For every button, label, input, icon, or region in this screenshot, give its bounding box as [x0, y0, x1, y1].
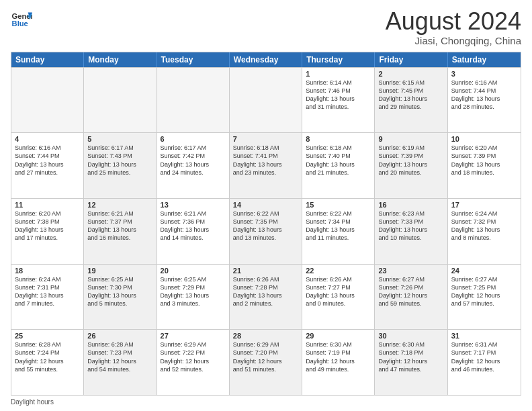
day-number: 26 — [87, 332, 152, 340]
day-number: 8 — [306, 135, 371, 143]
calendar-week-2: 4Sunrise: 6:16 AM Sunset: 7:44 PM Daylig… — [11, 132, 521, 198]
day-number: 31 — [451, 332, 517, 340]
calendar-day-14: 14Sunrise: 6:22 AM Sunset: 7:35 PM Dayli… — [230, 199, 302, 264]
calendar-day-4: 4Sunrise: 6:16 AM Sunset: 7:44 PM Daylig… — [11, 133, 84, 198]
day-info: Sunrise: 6:21 AM Sunset: 7:37 PM Dayligh… — [87, 210, 152, 242]
day-info: Sunrise: 6:19 AM Sunset: 7:39 PM Dayligh… — [378, 144, 443, 177]
calendar-day-28: 28Sunrise: 6:29 AM Sunset: 7:20 PM Dayli… — [230, 330, 302, 395]
header-day-wednesday: Wednesday — [230, 52, 302, 67]
day-info: Sunrise: 6:22 AM Sunset: 7:35 PM Dayligh… — [233, 210, 298, 242]
day-number: 28 — [233, 332, 298, 340]
title-block: August 2024 Jiasi, Chongqing, China — [386, 8, 521, 46]
day-number: 4 — [15, 135, 80, 143]
calendar-day-20: 20Sunrise: 6:25 AM Sunset: 7:29 PM Dayli… — [157, 265, 230, 330]
calendar-week-5: 25Sunrise: 6:28 AM Sunset: 7:24 PM Dayli… — [11, 329, 521, 395]
calendar-day-17: 17Sunrise: 6:24 AM Sunset: 7:32 PM Dayli… — [448, 199, 521, 264]
header-day-monday: Monday — [84, 52, 157, 67]
calendar-empty-cell — [11, 68, 84, 133]
day-info: Sunrise: 6:28 AM Sunset: 7:23 PM Dayligh… — [87, 340, 152, 373]
day-info: Sunrise: 6:30 AM Sunset: 7:18 PM Dayligh… — [378, 340, 443, 373]
logo: General Blue — [11, 8, 32, 30]
day-info: Sunrise: 6:20 AM Sunset: 7:38 PM Dayligh… — [15, 210, 80, 242]
calendar-day-26: 26Sunrise: 6:28 AM Sunset: 7:23 PM Dayli… — [84, 330, 157, 395]
day-number: 7 — [233, 135, 298, 143]
day-info: Sunrise: 6:18 AM Sunset: 7:40 PM Dayligh… — [306, 144, 371, 177]
day-number: 10 — [451, 135, 517, 143]
day-info: Sunrise: 6:16 AM Sunset: 7:44 PM Dayligh… — [451, 79, 517, 111]
day-info: Sunrise: 6:27 AM Sunset: 7:26 PM Dayligh… — [378, 275, 443, 308]
day-info: Sunrise: 6:22 AM Sunset: 7:34 PM Dayligh… — [306, 210, 371, 242]
day-number: 13 — [161, 201, 226, 209]
day-info: Sunrise: 6:30 AM Sunset: 7:19 PM Dayligh… — [306, 340, 371, 373]
calendar-week-3: 11Sunrise: 6:20 AM Sunset: 7:38 PM Dayli… — [11, 198, 521, 264]
day-info: Sunrise: 6:26 AM Sunset: 7:28 PM Dayligh… — [233, 275, 298, 308]
day-number: 17 — [451, 201, 517, 209]
day-info: Sunrise: 6:27 AM Sunset: 7:25 PM Dayligh… — [451, 275, 517, 308]
calendar-day-29: 29Sunrise: 6:30 AM Sunset: 7:19 PM Dayli… — [302, 330, 375, 395]
calendar-body: 1Sunrise: 6:14 AM Sunset: 7:46 PM Daylig… — [11, 67, 521, 395]
calendar-day-7: 7Sunrise: 6:18 AM Sunset: 7:41 PM Daylig… — [230, 133, 302, 198]
day-info: Sunrise: 6:23 AM Sunset: 7:33 PM Dayligh… — [378, 210, 443, 242]
day-number: 21 — [233, 267, 298, 275]
calendar-day-6: 6Sunrise: 6:17 AM Sunset: 7:42 PM Daylig… — [157, 133, 230, 198]
day-info: Sunrise: 6:17 AM Sunset: 7:42 PM Dayligh… — [161, 144, 226, 177]
header-day-saturday: Saturday — [448, 52, 521, 67]
calendar-day-1: 1Sunrise: 6:14 AM Sunset: 7:46 PM Daylig… — [302, 68, 375, 133]
svg-text:Blue: Blue — [12, 19, 28, 28]
page: General Blue August 2024 Jiasi, Chongqin… — [0, 0, 532, 411]
day-number: 18 — [15, 267, 80, 275]
main-title: August 2024 — [386, 8, 521, 35]
day-info: Sunrise: 6:15 AM Sunset: 7:45 PM Dayligh… — [378, 79, 443, 111]
day-number: 15 — [306, 201, 371, 209]
calendar-day-31: 31Sunrise: 6:31 AM Sunset: 7:17 PM Dayli… — [448, 330, 521, 395]
day-number: 5 — [87, 135, 152, 143]
day-number: 30 — [378, 332, 443, 340]
calendar-day-24: 24Sunrise: 6:27 AM Sunset: 7:25 PM Dayli… — [448, 265, 521, 330]
calendar-day-27: 27Sunrise: 6:29 AM Sunset: 7:22 PM Dayli… — [157, 330, 230, 395]
day-number: 27 — [161, 332, 226, 340]
day-number: 24 — [451, 267, 517, 275]
day-info: Sunrise: 6:26 AM Sunset: 7:27 PM Dayligh… — [306, 275, 371, 308]
calendar-day-21: 21Sunrise: 6:26 AM Sunset: 7:28 PM Dayli… — [230, 265, 302, 330]
day-number: 11 — [15, 201, 80, 209]
calendar-header-row: SundayMondayTuesdayWednesdayThursdayFrid… — [11, 52, 521, 67]
calendar-empty-cell — [230, 68, 302, 133]
day-number: 2 — [378, 70, 443, 78]
day-info: Sunrise: 6:31 AM Sunset: 7:17 PM Dayligh… — [451, 340, 517, 373]
calendar-day-22: 22Sunrise: 6:26 AM Sunset: 7:27 PM Dayli… — [302, 265, 375, 330]
calendar-day-12: 12Sunrise: 6:21 AM Sunset: 7:37 PM Dayli… — [84, 199, 157, 264]
day-info: Sunrise: 6:29 AM Sunset: 7:22 PM Dayligh… — [161, 340, 226, 373]
day-info: Sunrise: 6:16 AM Sunset: 7:44 PM Dayligh… — [15, 144, 80, 177]
day-info: Sunrise: 6:18 AM Sunset: 7:41 PM Dayligh… — [233, 144, 298, 177]
calendar-day-8: 8Sunrise: 6:18 AM Sunset: 7:40 PM Daylig… — [302, 133, 375, 198]
day-info: Sunrise: 6:29 AM Sunset: 7:20 PM Dayligh… — [233, 340, 298, 373]
calendar-day-15: 15Sunrise: 6:22 AM Sunset: 7:34 PM Dayli… — [302, 199, 375, 264]
logo-icon: General Blue — [11, 8, 32, 30]
calendar-day-18: 18Sunrise: 6:24 AM Sunset: 7:31 PM Dayli… — [11, 265, 84, 330]
day-info: Sunrise: 6:24 AM Sunset: 7:32 PM Dayligh… — [451, 210, 517, 242]
header: General Blue August 2024 Jiasi, Chongqin… — [11, 8, 521, 46]
day-number: 22 — [306, 267, 371, 275]
calendar-week-1: 1Sunrise: 6:14 AM Sunset: 7:46 PM Daylig… — [11, 67, 521, 133]
header-day-thursday: Thursday — [302, 52, 375, 67]
header-day-tuesday: Tuesday — [157, 52, 230, 67]
daylight-label: Daylight hours — [11, 398, 54, 406]
calendar-day-23: 23Sunrise: 6:27 AM Sunset: 7:26 PM Dayli… — [375, 265, 447, 330]
day-number: 9 — [378, 135, 443, 143]
day-info: Sunrise: 6:25 AM Sunset: 7:29 PM Dayligh… — [161, 275, 226, 308]
day-number: 16 — [378, 201, 443, 209]
day-info: Sunrise: 6:17 AM Sunset: 7:43 PM Dayligh… — [87, 144, 152, 177]
day-info: Sunrise: 6:20 AM Sunset: 7:39 PM Dayligh… — [451, 144, 517, 177]
calendar-day-3: 3Sunrise: 6:16 AM Sunset: 7:44 PM Daylig… — [448, 68, 521, 133]
day-number: 29 — [306, 332, 371, 340]
calendar-day-10: 10Sunrise: 6:20 AM Sunset: 7:39 PM Dayli… — [448, 133, 521, 198]
day-number: 14 — [233, 201, 298, 209]
day-number: 23 — [378, 267, 443, 275]
calendar-week-4: 18Sunrise: 6:24 AM Sunset: 7:31 PM Dayli… — [11, 264, 521, 330]
day-number: 6 — [161, 135, 226, 143]
day-number: 20 — [161, 267, 226, 275]
calendar-empty-cell — [157, 68, 230, 133]
day-info: Sunrise: 6:25 AM Sunset: 7:30 PM Dayligh… — [87, 275, 152, 308]
calendar-day-11: 11Sunrise: 6:20 AM Sunset: 7:38 PM Dayli… — [11, 199, 84, 264]
day-info: Sunrise: 6:24 AM Sunset: 7:31 PM Dayligh… — [15, 275, 80, 308]
